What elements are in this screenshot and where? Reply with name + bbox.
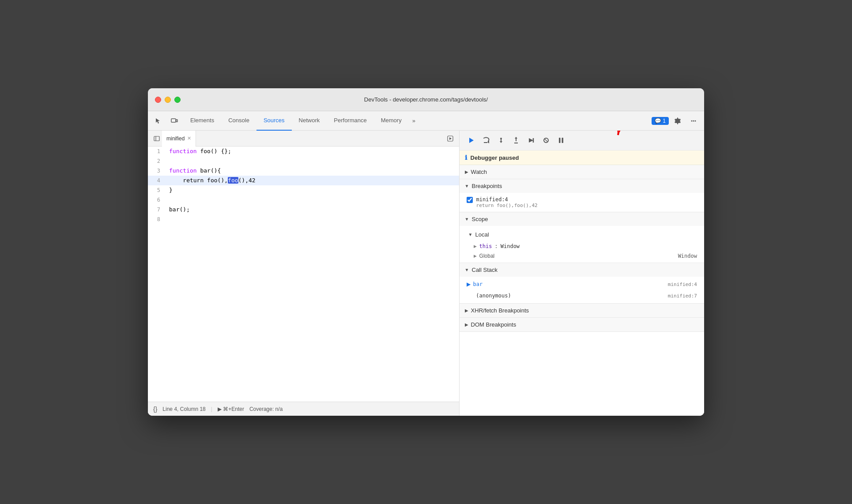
line-content-6	[166, 195, 459, 205]
code-editor[interactable]: 1 function foo() {}; 2 3 function bar(){	[148, 147, 459, 402]
line-content-5: }	[166, 185, 459, 195]
svg-rect-1	[176, 120, 177, 122]
editor-tab-minified[interactable]: minified ✕	[162, 131, 196, 147]
dom-label: DOM Breakpoints	[471, 321, 516, 328]
step-over-button[interactable]	[480, 134, 492, 147]
tab-console[interactable]: Console	[221, 111, 256, 131]
pause-icon	[557, 136, 565, 144]
global-row: ▶ Global Window	[460, 251, 704, 261]
breakpoints-section-header[interactable]: ▼ Breakpoints	[460, 179, 704, 193]
dom-triangle: ▶	[465, 322, 468, 327]
svg-point-3	[693, 120, 694, 121]
gear-icon	[674, 117, 681, 124]
tab-network[interactable]: Network	[292, 111, 327, 131]
callstack-content: ▶ bar minified:4 (anonymous) minified:7	[460, 277, 704, 303]
code-line-5: 5 }	[148, 185, 459, 195]
svg-point-4	[695, 120, 696, 121]
callstack-loc-anon: minified:7	[668, 293, 697, 299]
global-triangle[interactable]: ▶	[474, 254, 477, 258]
line-num-1: 1	[148, 147, 166, 156]
debugger-paused-banner: ℹ Debugger paused	[460, 150, 704, 165]
scope-section-header[interactable]: ▼ Scope	[460, 212, 704, 226]
run-command[interactable]: ▶ ⌘+Enter	[218, 406, 244, 412]
xhr-label: XHR/fetch Breakpoints	[471, 307, 529, 314]
step-out-button[interactable]	[510, 134, 522, 147]
svg-point-2	[691, 120, 693, 121]
tab-list: Elements Console Sources Network Perform…	[183, 111, 650, 131]
tab-elements[interactable]: Elements	[183, 111, 221, 131]
format-icon[interactable]: {}	[153, 406, 157, 413]
deactivate-breakpoints-button[interactable]	[540, 134, 552, 147]
code-line-2: 2	[148, 156, 459, 166]
line-num-5: 5	[148, 185, 166, 195]
tab-performance[interactable]: Performance	[327, 111, 373, 131]
scope-section: ▼ Scope ▼ Local ▶ this : Windo	[460, 212, 704, 263]
callstack-frame-anonymous[interactable]: (anonymous) minified:7	[460, 290, 704, 301]
global-value: Window	[678, 253, 697, 259]
step-icon	[527, 136, 535, 144]
code-line-8: 8	[148, 214, 459, 224]
more-tools-button[interactable]	[686, 114, 701, 128]
breakpoints-label: Breakpoints	[472, 183, 502, 189]
tab-sources[interactable]: Sources	[256, 111, 292, 131]
editor-panel: minified ✕ 1 function foo	[148, 131, 460, 416]
run-snippet-button[interactable]	[445, 133, 456, 144]
scope-this-val: Window	[501, 243, 520, 249]
line-content-4: return foo(),foo(),42	[166, 176, 459, 185]
maximize-button[interactable]	[174, 97, 181, 103]
tab-memory[interactable]: Memory	[374, 111, 409, 131]
watch-section-header[interactable]: ▶ Watch	[460, 165, 704, 179]
more-icon	[690, 117, 697, 124]
svg-marker-8	[449, 137, 452, 140]
device-toolbar-button[interactable]	[167, 114, 181, 128]
resume-button[interactable]	[465, 134, 477, 147]
code-line-4: 4 return foo(),foo(),42	[148, 176, 459, 185]
code-line-3: 3 function bar(){	[148, 166, 459, 176]
local-label: Local	[475, 231, 489, 238]
scope-this-item: ▶ this : Window	[460, 241, 704, 251]
local-header[interactable]: ▼ Local	[460, 228, 704, 241]
global-label: Global	[479, 253, 495, 259]
minimize-button[interactable]	[165, 97, 171, 103]
top-toolbar: Elements Console Sources Network Perform…	[148, 111, 704, 131]
inspect-element-button[interactable]	[151, 114, 166, 128]
notification-badge[interactable]: 💬 1	[652, 117, 669, 125]
this-triangle[interactable]: ▶	[474, 244, 477, 248]
code-line-6: 6	[148, 195, 459, 205]
callstack-name-bar: bar	[473, 281, 483, 287]
step-button[interactable]	[525, 134, 537, 147]
line-content-3: function bar(){	[166, 166, 459, 176]
callstack-frame-bar[interactable]: ▶ bar minified:4	[460, 278, 704, 290]
svg-rect-24	[562, 138, 563, 143]
step-into-button[interactable]	[495, 134, 507, 147]
toolbar-right: 💬 1	[652, 114, 701, 128]
debugger-panel: ℹ Debugger paused ▶ Watch ▼ Breakpoints	[460, 131, 704, 416]
xhr-triangle: ▶	[465, 308, 468, 313]
callstack-name-anon: (anonymous)	[467, 293, 511, 299]
svg-rect-23	[559, 138, 561, 143]
sidebar-toggle[interactable]	[151, 133, 162, 144]
tab-overflow[interactable]: »	[409, 117, 419, 124]
watch-section: ▶ Watch	[460, 165, 704, 179]
dom-section-header[interactable]: ▶ DOM Breakpoints	[460, 318, 704, 331]
breakpoint-checkbox[interactable]	[467, 197, 473, 203]
pause-exceptions-button[interactable]	[555, 134, 567, 147]
info-icon: ℹ	[465, 154, 467, 161]
callstack-section-header[interactable]: ▼ Call Stack	[460, 263, 704, 277]
line-num-6: 6	[148, 195, 166, 205]
close-button[interactable]	[155, 97, 161, 103]
settings-button[interactable]	[671, 114, 685, 128]
cursor-position: Line 4, Column 18	[162, 406, 205, 412]
breakpoints-content: minified:4 return foo(),foo(),42	[460, 193, 704, 212]
scope-this-key: this	[479, 243, 492, 249]
coverage: Coverage: n/a	[249, 406, 283, 412]
devtools-panel: Elements Console Sources Network Perform…	[148, 111, 704, 416]
xhr-section-header[interactable]: ▶ XHR/fetch Breakpoints	[460, 304, 704, 317]
breakpoints-section: ▼ Breakpoints minified:4 return foo(),fo…	[460, 179, 704, 212]
debugger-toolbar-wrapper	[460, 131, 704, 150]
local-triangle: ▼	[468, 232, 473, 237]
tab-close-icon[interactable]: ✕	[187, 135, 191, 141]
breakpoint-code: return foo(),foo(),42	[476, 203, 538, 208]
breakpoints-triangle: ▼	[465, 184, 469, 188]
debugger-toolbar	[460, 131, 704, 150]
